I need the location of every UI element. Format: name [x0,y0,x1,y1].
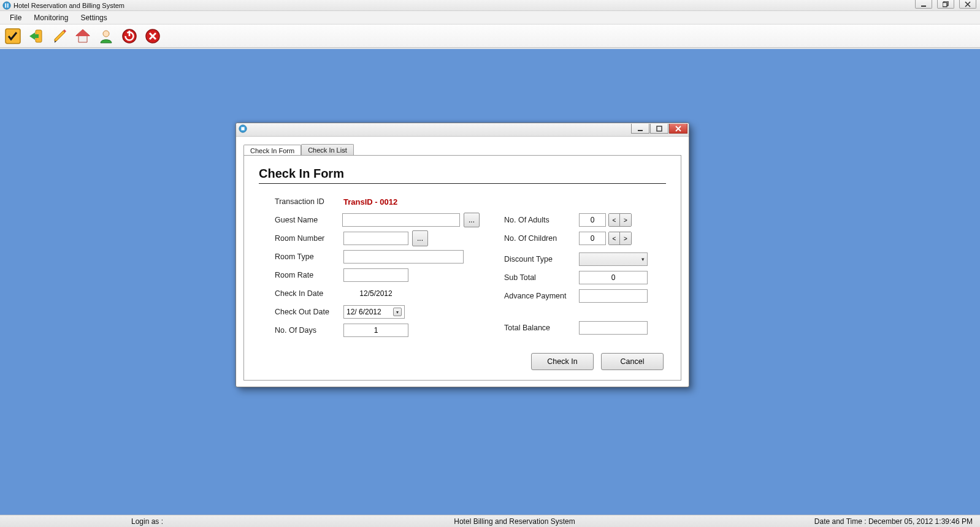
value-transaction-id: TransID - 0012 [343,197,397,207]
label-discount-type: Discount Type [504,255,579,264]
browse-guest-button[interactable]: ... [464,213,480,227]
user-icon[interactable] [97,27,115,45]
row-no-of-adults: No. Of Adults < > [504,211,666,229]
svg-rect-17 [129,31,131,36]
spacer [504,305,666,319]
main-window: Hotel Reservation and Billing System Fil… [0,0,980,527]
statusbar: Login as : Hotel Billing and Reservation… [0,515,980,527]
input-total-balance[interactable] [579,321,648,335]
checkin-window: Check In Form Check In List Check In For… [235,123,689,387]
label-total-balance: Total Balance [504,324,579,332]
input-room-number[interactable] [343,232,408,245]
menubar: File Monitoring Settings [0,11,980,25]
tab-check-in-list[interactable]: Check In List [301,144,354,155]
input-room-rate[interactable] [343,268,408,282]
svg-rect-2 [7,3,9,7]
check-in-button[interactable]: Check In [531,353,594,370]
cancel-button[interactable]: Cancel [601,353,664,370]
svg-point-0 [3,1,10,9]
row-advance-payment: Advance Payment [504,287,666,305]
menu-settings[interactable]: Settings [74,12,113,23]
home-icon[interactable] [74,27,92,45]
row-discount-type: Discount Type [504,250,666,268]
row-room-rate: Room Rate [275,266,480,284]
svg-rect-5 [943,2,947,7]
svg-point-14 [103,31,109,37]
child-app-icon [239,124,247,135]
titlebar: Hotel Reservation and Billing System [0,0,980,11]
child-titlebar [236,123,689,137]
svg-rect-3 [921,6,926,7]
row-check-in-date: Check In Date 12/5/2012 [275,284,480,303]
label-no-of-children: No. Of Children [504,234,579,243]
restore-button[interactable] [937,0,954,9]
mdi-area: Check In Form Check In List Check In For… [0,49,980,515]
input-no-of-days[interactable] [343,324,408,337]
svg-marker-13 [75,29,90,36]
label-no-of-days: No. Of Days [275,326,343,335]
close-button[interactable] [959,0,976,9]
form-heading: Check In Form [259,167,666,181]
status-login: Login as : [0,517,294,526]
form-columns: Transaction ID TransID - 0012 Guest Name… [259,192,666,370]
row-check-out-date: Check Out Date 12/ 6/2012 [275,303,480,321]
spacer [504,192,666,211]
value-check-out-date: 12/ 6/2012 [346,308,381,316]
tab-check-in-form[interactable]: Check In Form [243,145,301,156]
input-sub-total[interactable] [579,271,648,284]
children-decr-button[interactable]: < [609,232,620,245]
label-no-of-adults: No. Of Adults [504,216,579,224]
children-spinner: < > [608,232,632,245]
status-center: Hotel Billing and Reservation System [294,517,735,526]
toolbar [0,25,980,48]
row-room-number: Room Number ... [275,229,480,248]
calendar-dropdown-icon[interactable] [393,308,402,316]
child-maximize-button[interactable] [650,124,668,134]
label-room-number: Room Number [275,234,343,243]
svg-rect-21 [638,130,643,131]
label-sub-total: Sub Total [504,273,579,282]
children-incr-button[interactable]: > [620,232,631,245]
svg-rect-20 [241,127,244,130]
input-advance-payment[interactable] [579,289,648,303]
button-row: Check In Cancel [504,353,664,370]
input-discount-type[interactable] [579,252,648,266]
label-room-rate: Room Rate [275,271,343,279]
menu-monitoring[interactable]: Monitoring [28,12,74,23]
checklist-icon[interactable] [4,27,22,45]
input-guest-name[interactable] [342,213,460,227]
menu-file[interactable]: File [4,12,28,23]
input-no-of-children[interactable] [579,232,606,245]
minimize-button[interactable] [915,0,932,9]
row-transaction-id: Transaction ID TransID - 0012 [275,192,480,211]
input-check-out-date[interactable]: 12/ 6/2012 [343,305,405,319]
adults-decr-button[interactable]: < [609,214,620,226]
svg-marker-9 [55,31,65,41]
label-room-type: Room Type [275,252,343,261]
power-icon[interactable] [120,27,139,45]
adults-spinner: < > [608,213,632,227]
app-title: Hotel Reservation and Billing System [13,2,124,9]
label-check-out-date: Check Out Date [275,308,343,316]
stop-icon[interactable] [144,27,162,45]
row-total-balance: Total Balance [504,319,666,337]
row-no-of-children: No. Of Children < > [504,229,666,248]
app-icon [2,1,11,10]
input-room-type[interactable] [343,250,464,264]
checkin-icon[interactable] [27,27,45,45]
child-minimize-button[interactable] [631,124,649,134]
adults-incr-button[interactable]: > [620,214,631,226]
tab-page-form: Check In Form Transaction ID TransID - 0… [243,155,681,381]
label-transaction-id: Transaction ID [275,197,343,206]
svg-rect-1 [5,3,6,7]
tabstrip: Check In Form Check In List [241,142,684,155]
edit-icon[interactable] [50,27,69,45]
browse-room-button[interactable]: ... [412,230,428,246]
status-datetime: Date and Time : December 05, 2012 1:39:4… [735,517,980,526]
label-check-in-date: Check In Date [275,289,343,298]
row-no-of-days: No. Of Days [275,321,480,339]
child-close-button[interactable] [669,124,687,134]
window-controls [915,0,976,9]
input-no-of-adults[interactable] [579,213,606,227]
row-sub-total: Sub Total [504,268,666,287]
